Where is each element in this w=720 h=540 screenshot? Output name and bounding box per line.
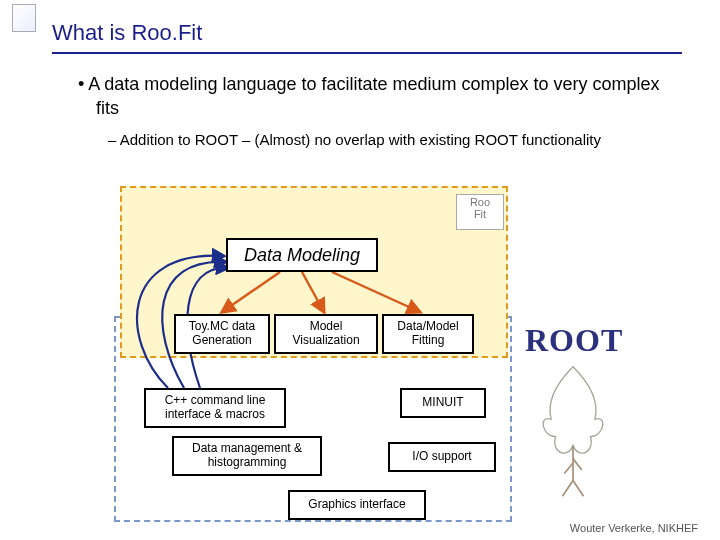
box-data-model-fit: Data/Model Fitting bbox=[382, 314, 474, 354]
root-tree-icon bbox=[528, 358, 618, 498]
box-cpp-cmdline: C++ command line interface & macros bbox=[144, 388, 286, 428]
box-model-viz: Model Visualization bbox=[274, 314, 378, 354]
corner-logo bbox=[12, 4, 36, 32]
root-logo-text: ROOT bbox=[525, 322, 623, 359]
box-toy-mc: Toy.MC data Generation bbox=[174, 314, 270, 354]
box-data-modeling: Data Modeling bbox=[226, 238, 378, 272]
box-minuit: MINUIT bbox=[400, 388, 486, 418]
box-histogramming: Data management & histogramming bbox=[172, 436, 322, 476]
slide-title: What is Roo.Fit bbox=[52, 20, 202, 46]
box-graphics-interface: Graphics interface bbox=[288, 490, 426, 520]
box-io-support: I/O support bbox=[388, 442, 496, 472]
bullet-sub: Addition to ROOT – (Almost) no overlap w… bbox=[78, 131, 680, 148]
footer-credit: Wouter Verkerke, NIKHEF bbox=[570, 522, 698, 534]
title-underline bbox=[52, 52, 682, 54]
roofit-label-icon: RooFit bbox=[456, 194, 504, 230]
bullet-main: A data modeling language to facilitate m… bbox=[78, 72, 680, 121]
bullet-list: A data modeling language to facilitate m… bbox=[78, 72, 680, 148]
